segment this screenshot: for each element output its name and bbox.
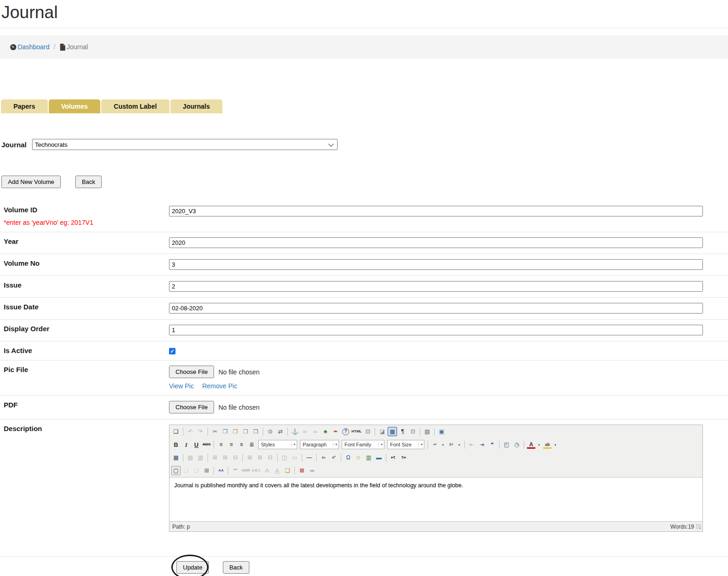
insert-media-icon[interactable]: ▥ — [364, 453, 373, 462]
emoticons-icon[interactable]: ☺ — [354, 453, 363, 462]
print-icon[interactable]: ▤ — [422, 427, 432, 436]
tab-journals[interactable]: Journals — [170, 99, 222, 113]
horizontal-rule-icon[interactable]: — — [305, 453, 314, 462]
nonbreaking-space-icon[interactable]: ⊠ — [297, 466, 306, 475]
volume-no-input[interactable] — [169, 259, 703, 270]
preview-icon[interactable]: ⊡ — [408, 427, 417, 436]
superscript-icon[interactable]: x² — [329, 453, 338, 462]
insert-time-icon[interactable]: ◷ — [512, 440, 521, 449]
indent-icon[interactable]: ⇥ — [477, 440, 487, 449]
remove-format-icon[interactable]: ◪ — [377, 427, 387, 436]
new-document-icon[interactable]: ❏ — [171, 427, 181, 436]
pic-file-label: Pic File — [0, 366, 169, 390]
find-replace-icon[interactable]: ⇄ — [276, 427, 285, 436]
tab-custom-label[interactable]: Custom Label — [101, 99, 169, 113]
image-icon[interactable]: ♣ — [321, 427, 330, 436]
align-right-icon[interactable]: ≡ — [237, 440, 246, 449]
special-character-icon[interactable]: Ω — [344, 453, 353, 462]
insert-layer-icon[interactable]: ⊞ — [202, 466, 211, 475]
ltr-icon[interactable]: ▸¶ — [389, 453, 398, 462]
display-order-input[interactable] — [169, 325, 703, 335]
cut-icon[interactable]: ✂ — [210, 427, 220, 436]
volume-id-note: *enter as 'yearVno' eg: 2017V1 — [4, 219, 169, 226]
bold-icon[interactable]: B — [171, 440, 181, 449]
help-icon[interactable]: ? — [342, 428, 349, 435]
fullscreen-icon[interactable]: ▣ — [437, 427, 446, 436]
advanced-hr-icon[interactable]: ▬ — [374, 453, 384, 462]
edit-css-style-icon[interactable]: AA — [216, 466, 226, 475]
italic-icon[interactable]: I — [182, 440, 191, 449]
paste-as-text-icon[interactable]: ❒ — [241, 427, 250, 436]
form-row-volume-id: Volume ID *enter as 'yearVno' eg: 2017V1 — [0, 201, 728, 232]
issue-label: Issue — [0, 281, 169, 292]
toolbar-row-4: ▢❏❏⊞AA❝❞ABBRA.B.C.AA❑⊠═ — [169, 464, 702, 477]
form-row-issue: Issue — [0, 276, 728, 298]
journal-select[interactable]: Technocrats — [32, 139, 338, 150]
font-size-dropdown[interactable]: Font Size▾ — [387, 440, 424, 449]
subscript-icon[interactable]: x₂ — [319, 453, 328, 462]
align-center-icon[interactable]: ≡ — [227, 440, 236, 449]
insert-table-icon[interactable]: ▦ — [171, 453, 181, 462]
text-color-arrow-icon[interactable]: ▾ — [536, 440, 542, 449]
numbered-list-arrow-icon[interactable]: ▾ — [456, 440, 462, 449]
resize-grip-icon[interactable] — [696, 524, 701, 529]
strikethrough-icon[interactable]: ABC — [202, 440, 211, 449]
bullet-list-arrow-icon[interactable]: ▾ — [440, 440, 446, 449]
anchor-icon[interactable]: ⚓ — [290, 427, 299, 436]
dashboard-icon — [10, 44, 17, 51]
remove-pic-link[interactable]: Remove Pic — [202, 382, 237, 390]
back-button-top[interactable]: Back — [75, 176, 102, 188]
toolbar-separator — [242, 454, 243, 462]
insert-date-icon[interactable]: ◰ — [502, 440, 511, 449]
blockquote-icon[interactable]: ❝ — [488, 440, 497, 449]
delete-row-icon: ⊟ — [231, 453, 240, 462]
toolbar-separator — [316, 454, 317, 462]
breadcrumb-current-label: Journal — [66, 43, 88, 51]
html-source-icon[interactable]: HTML — [351, 427, 362, 436]
highlight-color-arrow-icon[interactable]: ▾ — [552, 440, 558, 449]
toolbar-separator — [277, 454, 278, 462]
cleanup-icon[interactable]: ✒ — [331, 427, 340, 436]
font-family-dropdown[interactable]: Font Family▾ — [342, 440, 384, 449]
underline-icon[interactable]: U — [192, 440, 201, 449]
numbered-list-icon[interactable]: 1≡ — [447, 440, 456, 449]
show-invisible-chars-icon[interactable]: ¶ — [398, 427, 407, 436]
tab-volumes[interactable]: Volumes — [49, 99, 100, 113]
volume-no-label: Volume No — [0, 259, 169, 270]
back-button-bottom[interactable]: Back — [223, 561, 249, 574]
align-justify-icon[interactable]: ≣ — [247, 440, 256, 449]
table-cell-properties-icon: ▥ — [196, 453, 205, 462]
text-color-icon[interactable]: A — [526, 440, 536, 449]
editor-word-count: Words:19 — [670, 524, 694, 530]
bullet-list-icon[interactable]: •≡ — [430, 440, 440, 449]
editor-content[interactable]: Journal is published monthly and it cove… — [169, 477, 702, 521]
view-pic-link[interactable]: View Pic — [169, 382, 194, 390]
page-break-icon[interactable]: ═ — [307, 466, 317, 475]
editor-statusbar: Path: p Words:19 — [169, 521, 702, 531]
breadcrumb-dashboard-link[interactable]: Dashboard — [10, 43, 50, 51]
fullpage-icon[interactable]: ⊡ — [363, 427, 372, 436]
tab-papers[interactable]: Papers — [1, 99, 48, 113]
update-button[interactable]: Update — [176, 561, 209, 574]
copy-icon[interactable]: ❐ — [221, 427, 230, 436]
issue-input[interactable] — [169, 281, 703, 292]
paste-icon[interactable]: ❒ — [231, 427, 240, 436]
volume-id-input[interactable] — [169, 206, 703, 216]
find-icon[interactable]: ⊙ — [266, 427, 275, 436]
is-active-checkbox[interactable]: ✓ — [169, 348, 176, 354]
issue-date-input[interactable] — [169, 303, 703, 314]
visual-table-borders-icon[interactable]: ▦ — [388, 427, 397, 436]
paste-from-word-icon[interactable]: ❒ — [251, 427, 260, 436]
paragraph-dropdown[interactable]: Paragraph▾ — [300, 440, 339, 449]
pdf-choose-button[interactable]: Choose File — [169, 401, 214, 413]
year-input[interactable] — [169, 237, 703, 248]
rtl-icon[interactable]: ¶◂ — [399, 453, 408, 462]
highlight-color-icon[interactable]: ab — [543, 440, 552, 449]
add-new-volume-button[interactable]: Add New Volume — [1, 176, 61, 188]
attributes-icon[interactable]: ❑ — [283, 466, 292, 475]
align-left-icon[interactable]: ≡ — [216, 440, 226, 449]
toggle-guidelines-icon[interactable]: ▢ — [171, 466, 181, 475]
pic-file-choose-button[interactable]: Choose File — [169, 366, 214, 378]
styles-dropdown[interactable]: Styles▾ — [258, 440, 297, 449]
undo-icon: ↶ — [186, 427, 195, 436]
